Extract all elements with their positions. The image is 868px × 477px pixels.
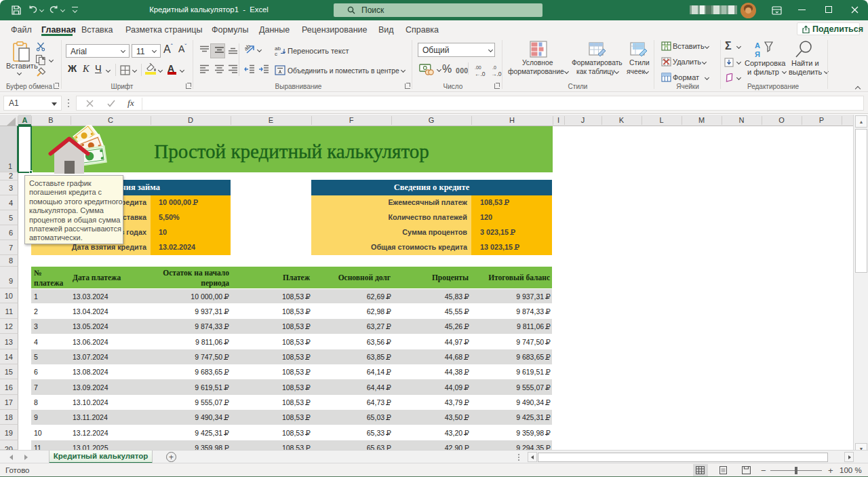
svg-text:c: c bbox=[275, 51, 277, 56]
svg-text:Я: Я bbox=[755, 50, 760, 58]
svg-text:А: А bbox=[755, 41, 760, 50]
svg-text:ab: ab bbox=[245, 43, 252, 52]
